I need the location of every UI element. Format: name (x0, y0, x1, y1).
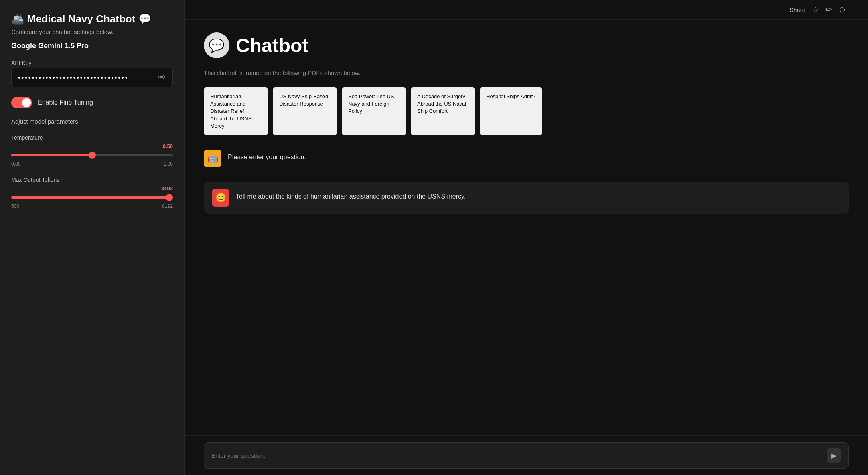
max-tokens-section: Max Output Tokens 8192 500 8192 (11, 177, 173, 209)
model-label: Google Gemini 1.5 Pro (11, 42, 173, 50)
temperature-range: 0.00 1.00 (11, 161, 173, 167)
api-key-value: •••••••••••••••••••••••••••••••• (18, 74, 155, 81)
chat-description: This chatbot is trained on the following… (204, 69, 849, 76)
main-content: Share ☆ ✏ ⊙ ⋮ 💬 Chatbot This chatbot is … (185, 0, 868, 475)
temperature-thumb[interactable] (89, 152, 96, 159)
chat-icon: 💬 (204, 32, 229, 58)
temperature-fill (11, 154, 92, 156)
fine-tuning-label: Enable Fine Tuning (38, 99, 93, 106)
chat-header: 💬 Chatbot (204, 32, 849, 58)
pdf-card-3[interactable]: Sea Power: The US Navy and Foreign Polic… (342, 87, 406, 135)
chat-area: 💬 Chatbot This chatbot is trained on the… (185, 20, 868, 435)
eye-icon[interactable]: 👁 (158, 73, 166, 82)
sidebar-subtitle: Configure your chatbot settings below. (11, 28, 173, 35)
fine-tuning-row: Enable Fine Tuning (11, 97, 173, 108)
share-button[interactable]: Share (789, 6, 805, 13)
bot-text: Please enter your question. (228, 150, 306, 161)
pdf-card-2[interactable]: US Navy Ship-Based Disaster Response (273, 87, 337, 135)
github-icon[interactable]: ⊙ (839, 5, 846, 14)
chat-title: Chatbot (236, 35, 308, 57)
chat-input[interactable] (211, 452, 822, 459)
max-tokens-fill (11, 196, 173, 199)
fine-tuning-toggle[interactable] (11, 97, 32, 108)
sidebar-title: 🚢 Medical Navy Chatbot 💬 (11, 13, 173, 25)
send-button[interactable]: ▶ (827, 448, 841, 463)
max-tokens-label: Max Output Tokens (11, 177, 173, 183)
max-tokens-value: 8192 (11, 185, 173, 191)
bot-message: 🤖 Please enter your question. (204, 146, 849, 171)
temperature-track[interactable] (11, 154, 173, 156)
pdf-cards: Humanitarian Assistance and Disaster Rel… (204, 87, 849, 135)
temperature-value: 0.50 (11, 143, 173, 149)
temperature-max: 1.00 (164, 161, 173, 167)
temperature-section: Temperature 0.50 0.00 1.00 (11, 134, 173, 167)
max-tokens-max: 8192 (162, 203, 173, 209)
max-tokens-track[interactable] (11, 196, 173, 199)
sidebar: 🚢 Medical Navy Chatbot 💬 Configure your … (0, 0, 185, 475)
edit-icon[interactable]: ✏ (825, 5, 832, 14)
user-message: 😊 Tell me about the kinds of humanitaria… (204, 182, 849, 214)
api-key-section: API Key ••••••••••••••••••••••••••••••••… (11, 60, 173, 87)
temperature-label: Temperature (11, 134, 173, 141)
max-tokens-min: 500 (11, 203, 19, 209)
adjust-label: Adjust model parameters: (11, 118, 173, 125)
api-key-container[interactable]: •••••••••••••••••••••••••••••••• 👁 (11, 68, 173, 87)
max-tokens-range: 500 8192 (11, 203, 173, 209)
more-icon[interactable]: ⋮ (852, 5, 860, 14)
max-tokens-thumb[interactable] (166, 194, 173, 201)
pdf-card-4[interactable]: A Decade of Surgery Abroad the US Naval … (411, 87, 475, 135)
pdf-card-5[interactable]: Hospital Ships Adrift? (480, 87, 542, 135)
user-text: Tell me about the kinds of humanitarian … (236, 189, 466, 200)
temperature-min: 0.00 (11, 161, 20, 167)
star-icon[interactable]: ☆ (812, 5, 819, 14)
input-area: ▶ (185, 435, 868, 475)
bot-avatar: 🤖 (204, 150, 221, 167)
api-key-label: API Key (11, 60, 173, 66)
topbar: Share ☆ ✏ ⊙ ⋮ (185, 0, 868, 20)
input-row: ▶ (204, 442, 849, 469)
user-avatar: 😊 (212, 189, 229, 207)
pdf-card-1[interactable]: Humanitarian Assistance and Disaster Rel… (204, 87, 268, 135)
